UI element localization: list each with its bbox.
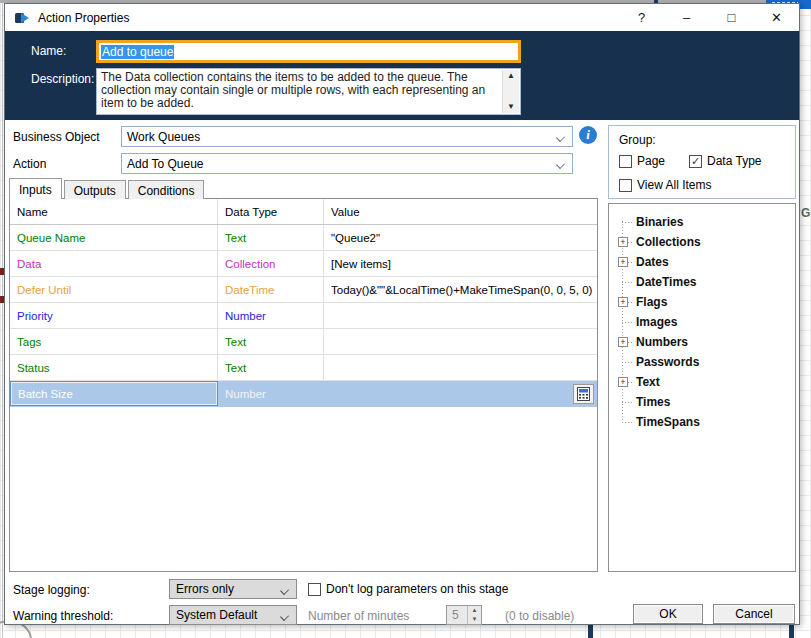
- tab-inputs[interactable]: Inputs: [9, 178, 62, 199]
- stage-logging-select[interactable]: Errors only: [169, 579, 297, 599]
- param-data-type[interactable]: Collection: [218, 251, 324, 276]
- checkbox-page-label: Page: [637, 154, 665, 168]
- name-input-selected-text: Add to queue: [101, 45, 174, 59]
- blue-prism-icon: [14, 10, 30, 26]
- checkbox-data-type[interactable]: ✓ Data Type: [689, 154, 761, 168]
- description-scrollbar[interactable]: ▲ ▼: [502, 70, 519, 113]
- tree-item-label: Images: [636, 315, 677, 329]
- info-icon[interactable]: i: [579, 126, 597, 144]
- description-label: Description:: [31, 72, 94, 86]
- param-data-type[interactable]: DateTime: [218, 277, 324, 302]
- dialog-title: Action Properties: [38, 11, 129, 25]
- tab-outputs[interactable]: Outputs: [64, 180, 126, 199]
- param-data-type[interactable]: Text: [218, 355, 324, 380]
- tree-item-label: Flags: [636, 295, 667, 309]
- tree-item-timespans[interactable]: TimeSpans: [609, 412, 795, 432]
- param-value[interactable]: [324, 355, 597, 380]
- spinner-down-icon[interactable]: ▼: [468, 615, 481, 624]
- tree-item-dates[interactable]: +Dates: [609, 252, 795, 272]
- description-textarea[interactable]: The Data collection contains the items t…: [96, 68, 521, 115]
- tree-item-images[interactable]: Images: [609, 312, 795, 332]
- column-header: Data Type: [218, 199, 324, 224]
- tree-item-datetimes[interactable]: DateTimes: [609, 272, 795, 292]
- tree-item-flags[interactable]: +Flags: [609, 292, 795, 312]
- param-data-type[interactable]: Text: [218, 329, 324, 354]
- calculator-button[interactable]: [573, 384, 594, 404]
- checkbox-icon: [619, 179, 632, 192]
- table-row[interactable]: StatusText: [10, 355, 597, 381]
- param-name[interactable]: Tags: [10, 329, 218, 354]
- inputs-parameter-table: NameData TypeValue Queue NameText"Queue2…: [9, 198, 598, 572]
- tab-conditions[interactable]: Conditions: [128, 180, 205, 199]
- tree-item-numbers[interactable]: +Numbers: [609, 332, 795, 352]
- chevron-down-icon: [556, 133, 565, 142]
- table-row[interactable]: TagsText: [10, 329, 597, 355]
- checkbox-icon: [308, 583, 321, 596]
- action-select[interactable]: Add To Queue: [121, 153, 573, 174]
- cancel-button[interactable]: Cancel: [713, 604, 795, 624]
- param-name[interactable]: Queue Name: [10, 225, 218, 250]
- name-input[interactable]: Add to queue: [96, 40, 521, 63]
- tree-branch-line: [622, 322, 633, 323]
- tree-item-label: DateTimes: [636, 275, 696, 289]
- minutes-spinner[interactable]: 5 ▲ ▼: [446, 605, 482, 625]
- tree-branch-line: [622, 222, 633, 223]
- scroll-down-icon[interactable]: ▼: [503, 101, 519, 113]
- param-name[interactable]: Defer Until: [10, 277, 218, 302]
- tree-branch-line: [622, 402, 633, 403]
- param-name[interactable]: Batch Size: [10, 381, 218, 406]
- table-row[interactable]: DataCollection[New items]: [10, 251, 597, 277]
- close-button[interactable]: ✕: [754, 4, 799, 31]
- canvas-link-line: [588, 624, 593, 638]
- tree-item-label: Numbers: [636, 335, 688, 349]
- param-data-type[interactable]: Text: [218, 225, 324, 250]
- number-of-minutes-label: Number of minutes: [308, 609, 409, 623]
- expand-plus-icon[interactable]: +: [618, 237, 628, 247]
- warning-threshold-select[interactable]: System Default: [169, 605, 297, 625]
- maximize-button[interactable]: □: [709, 4, 754, 31]
- expand-plus-icon[interactable]: +: [618, 297, 628, 307]
- param-value[interactable]: [324, 381, 597, 406]
- minimize-button[interactable]: –: [664, 4, 709, 31]
- checkbox-dont-log[interactable]: Don't log parameters on this stage: [308, 582, 508, 596]
- canvas-link-line: [789, 624, 794, 638]
- minutes-value: 5: [447, 606, 467, 624]
- tree-item-passwords[interactable]: Passwords: [609, 352, 795, 372]
- param-value[interactable]: [324, 303, 597, 328]
- checkbox-page[interactable]: Page: [619, 154, 665, 168]
- business-object-select[interactable]: Work Queues: [121, 126, 573, 147]
- param-name[interactable]: Status: [10, 355, 218, 380]
- table-row[interactable]: Queue NameText"Queue2": [10, 225, 597, 251]
- param-value[interactable]: "Queue2": [324, 225, 597, 250]
- group-panel: Group: Page ✓ Data Type View All Items: [608, 125, 796, 199]
- checkbox-view-all-items[interactable]: View All Items: [619, 178, 711, 192]
- tree-item-text[interactable]: +Text: [609, 372, 795, 392]
- checkbox-view-all-label: View All Items: [637, 178, 711, 192]
- tree-item-binaries[interactable]: Binaries: [609, 212, 795, 232]
- param-data-type[interactable]: Number: [218, 381, 324, 406]
- scroll-up-icon[interactable]: ▲: [503, 70, 519, 82]
- param-value[interactable]: Today()&""&LocalTime()+MakeTimeSpan(0, 0…: [324, 277, 597, 302]
- help-button[interactable]: ?: [619, 4, 664, 31]
- tree-item-collections[interactable]: +Collections: [609, 232, 795, 252]
- ok-button[interactable]: OK: [633, 604, 703, 624]
- title-bar[interactable]: Action Properties ? – □ ✕: [5, 4, 799, 31]
- param-data-type[interactable]: Number: [218, 303, 324, 328]
- table-row[interactable]: PriorityNumber: [10, 303, 597, 329]
- expand-plus-icon[interactable]: +: [618, 257, 628, 267]
- expand-plus-icon[interactable]: +: [618, 377, 628, 387]
- param-name[interactable]: Data: [10, 251, 218, 276]
- spinner-up-icon[interactable]: ▲: [468, 606, 481, 615]
- column-header: Name: [10, 199, 218, 224]
- param-name[interactable]: Priority: [10, 303, 218, 328]
- table-header-row: NameData TypeValue: [10, 199, 597, 225]
- expand-plus-icon[interactable]: +: [618, 337, 628, 347]
- disable-hint: (0 to disable): [505, 609, 574, 623]
- param-value[interactable]: [324, 329, 597, 354]
- table-row[interactable]: Defer UntilDateTimeToday()&""&LocalTime(…: [10, 277, 597, 303]
- param-value[interactable]: [New items]: [324, 251, 597, 276]
- table-row[interactable]: Batch SizeNumber: [10, 381, 597, 407]
- warning-threshold-value: System Default: [176, 608, 257, 622]
- tree-item-times[interactable]: Times: [609, 392, 795, 412]
- dont-log-label: Don't log parameters on this stage: [326, 582, 508, 596]
